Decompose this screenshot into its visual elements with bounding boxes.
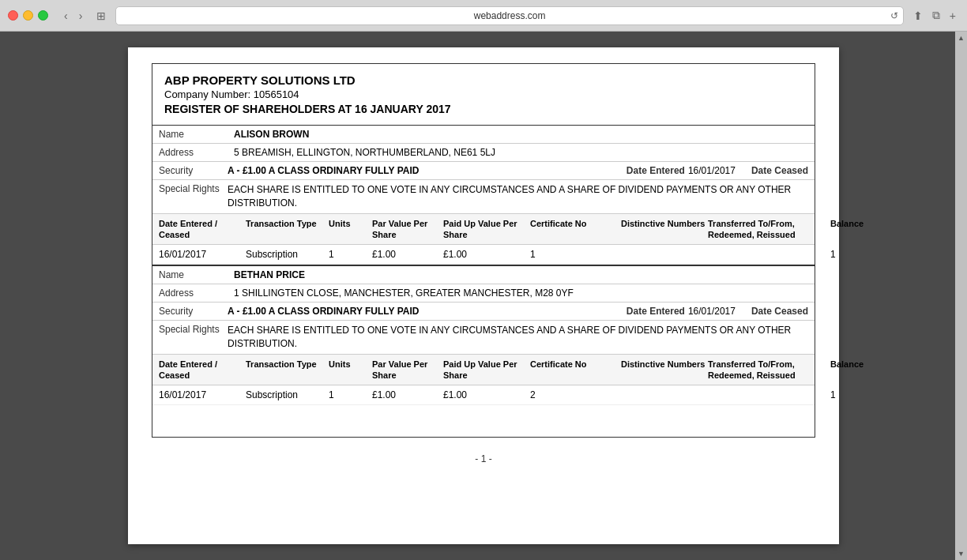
nav-buttons: ‹ › — [59, 8, 87, 24]
security-row-2: Security A - £1.00 A CLASS ORDINARY FULL… — [152, 303, 815, 321]
th-date-1: Date Entered / Ceased — [159, 218, 246, 241]
date-entered-label-2: Date Entered — [626, 306, 685, 317]
th-units-1: Units — [329, 218, 372, 241]
th-dist-1: Distinctive Numbers — [621, 218, 708, 241]
security-dates-1: Date Entered 16/01/2017 Date Ceased — [611, 165, 808, 176]
table-header-1: Date Entered / Ceased Transaction Type U… — [152, 214, 815, 246]
td-cert-2-0: 2 — [530, 389, 621, 400]
security-dates-2: Date Entered 16/01/2017 Date Ceased — [611, 306, 808, 317]
address-label-2: Address — [152, 284, 228, 302]
td-balance-1-0: 1 — [830, 249, 836, 260]
reload-button[interactable]: ↺ — [890, 10, 898, 21]
minimize-button[interactable] — [23, 10, 33, 21]
scroll-up-arrow[interactable]: ▲ — [958, 34, 965, 42]
td-trans-2-0: Subscription — [246, 389, 329, 400]
date-ceased-label-1: Date Ceased — [751, 165, 808, 176]
company-number: Company Number: 10565104 — [164, 88, 803, 100]
security-row-1: Security A - £1.00 A CLASS ORDINARY FULL… — [152, 162, 815, 180]
td-par-1-0: £1.00 — [372, 249, 443, 260]
special-rights-label-1: Special Rights — [159, 183, 228, 210]
th-paid-1: Paid Up Value Per Share — [443, 218, 530, 241]
reader-button[interactable]: ⊞ — [93, 8, 109, 24]
td-par-2-0: £1.00 — [372, 389, 443, 400]
td-transfer-2-0 — [708, 389, 830, 400]
special-rights-text-2: EACH SHARE IS ENTITLED TO ONE VOTE IN AN… — [228, 324, 808, 351]
browser-content: ABP PROPERTY SOLUTIONS LTD Company Numbe… — [0, 32, 967, 560]
td-date-2-0: 16/01/2017 — [159, 389, 246, 400]
td-units-1-0: 1 — [329, 249, 372, 260]
new-tab-button[interactable]: ⧉ — [929, 7, 943, 24]
address-value-1: 5 BREAMISH, ELLINGTON, NORTHUMBERLAND, N… — [228, 144, 815, 161]
date-entered-label-1: Date Entered — [626, 165, 685, 176]
special-rights-row-2: Special Rights EACH SHARE IS ENTITLED TO… — [152, 321, 815, 355]
security-value-1: A - £1.00 A CLASS ORDINARY FULLY PAID — [228, 165, 611, 176]
date-entered-value-2: 16/01/2017 — [688, 306, 736, 317]
th-units-2: Units — [329, 359, 372, 381]
td-dist-2-0 — [621, 389, 708, 400]
td-transfer-1-0 — [708, 249, 830, 260]
traffic-lights — [8, 10, 48, 21]
transaction-row-2-0: 16/01/2017 Subscription 1 £1.00 £1.00 2 … — [152, 385, 815, 405]
th-trans-2: Transaction Type — [246, 359, 329, 381]
td-cert-1-0: 1 — [530, 249, 621, 260]
date-entered-value-1: 16/01/2017 — [688, 165, 736, 176]
close-button[interactable] — [8, 10, 18, 21]
th-par-2: Par Value Per Share — [372, 359, 443, 381]
scrollbar[interactable]: ▲ ▼ — [955, 32, 967, 560]
th-cert-2: Certificate No — [530, 359, 621, 381]
td-units-2-0: 1 — [329, 389, 372, 400]
th-balance-1: Balance — [830, 218, 864, 241]
page-number: - 1 - — [152, 453, 815, 464]
register-title: REGISTER OF SHAREHOLDERS AT 16 JANUARY 2… — [164, 103, 803, 115]
address-row-2: Address 1 SHILLINGTEN CLOSE, MANCHESTER,… — [152, 284, 815, 303]
table-header-2: Date Entered / Ceased Transaction Type U… — [152, 355, 815, 386]
shareholder-section-1: Name ALISON BROWN Address 5 BREAMISH, EL… — [152, 126, 815, 265]
special-rights-row-1: Special Rights EACH SHARE IS ENTITLED TO… — [152, 180, 815, 214]
th-paid-2: Paid Up Value Per Share — [443, 359, 530, 381]
forward-button[interactable]: › — [74, 8, 88, 24]
address-value-2: 1 SHILLINGTEN CLOSE, MANCHESTER, GREATER… — [228, 284, 815, 302]
th-transfer-1: Transferred To/From, Redeemed, Reissued — [708, 218, 830, 241]
special-rights-text-1: EACH SHARE IS ENTITLED TO ONE VOTE IN AN… — [228, 183, 808, 210]
back-button[interactable]: ‹ — [59, 8, 73, 24]
name-value-1: ALISON BROWN — [228, 126, 815, 143]
url-text: webaddress.com — [474, 10, 546, 21]
security-label-1: Security — [159, 165, 228, 176]
shareholder-section-2: Name BETHAN PRICE Address 1 SHILLINGTEN … — [152, 265, 815, 438]
special-rights-label-2: Special Rights — [159, 324, 228, 351]
th-cert-1: Certificate No — [530, 218, 621, 241]
address-bar[interactable]: webaddress.com ↺ — [115, 6, 903, 25]
share-button[interactable]: ⬆ — [910, 7, 926, 24]
td-trans-1-0: Subscription — [246, 249, 329, 260]
td-balance-2-0: 1 — [830, 389, 836, 400]
date-ceased-label-2: Date Ceased — [751, 306, 808, 317]
maximize-button[interactable] — [38, 10, 48, 21]
empty-bottom — [152, 405, 815, 437]
address-row-1: Address 5 BREAMISH, ELLINGTON, NORTHUMBE… — [152, 144, 815, 162]
th-dist-2: Distinctive Numbers — [621, 359, 708, 381]
name-row-1: Name ALISON BROWN — [152, 126, 815, 144]
th-date-2: Date Entered / Ceased — [159, 359, 246, 381]
td-date-1-0: 16/01/2017 — [159, 249, 246, 260]
browser-toolbar: ‹ › ⊞ webaddress.com ↺ ⬆ ⧉ + — [0, 0, 967, 32]
name-row-2: Name BETHAN PRICE — [152, 265, 815, 284]
document-page: ABP PROPERTY SOLUTIONS LTD Company Numbe… — [128, 47, 839, 544]
document-header: ABP PROPERTY SOLUTIONS LTD Company Numbe… — [152, 63, 815, 126]
browser-actions: ⬆ ⧉ + — [910, 7, 959, 24]
td-dist-1-0 — [621, 249, 708, 260]
th-trans-1: Transaction Type — [246, 218, 329, 241]
name-label-1: Name — [152, 126, 228, 143]
address-label-1: Address — [152, 144, 228, 161]
th-balance-2: Balance — [830, 359, 864, 381]
td-paid-2-0: £1.00 — [443, 389, 530, 400]
name-value-2: BETHAN PRICE — [228, 266, 815, 284]
security-label-2: Security — [159, 306, 228, 317]
scroll-down-arrow[interactable]: ▼ — [958, 550, 965, 558]
td-paid-1-0: £1.00 — [443, 249, 530, 260]
th-par-1: Par Value Per Share — [372, 218, 443, 241]
th-transfer-2: Transferred To/From, Redeemed, Reissued — [708, 359, 830, 381]
company-name: ABP PROPERTY SOLUTIONS LTD — [164, 73, 803, 87]
transaction-row-1-0: 16/01/2017 Subscription 1 £1.00 £1.00 1 … — [152, 245, 815, 265]
extensions-button[interactable]: + — [946, 7, 959, 24]
security-value-2: A - £1.00 A CLASS ORDINARY FULLY PAID — [228, 306, 611, 317]
